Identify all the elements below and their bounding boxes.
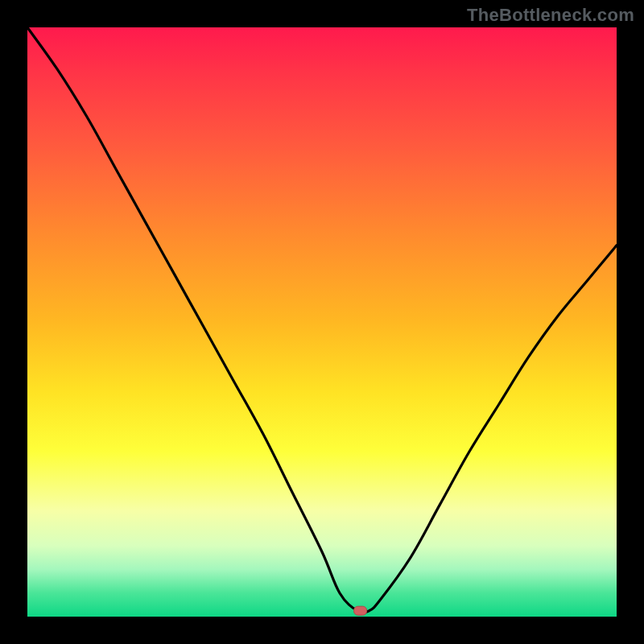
attribution-label: TheBottleneck.com (467, 5, 634, 26)
chart-svg (27, 27, 617, 617)
bottleneck-curve-path (27, 27, 617, 613)
minimum-marker (354, 606, 367, 615)
plot-area (27, 27, 617, 617)
chart-frame: TheBottleneck.com (0, 0, 644, 644)
